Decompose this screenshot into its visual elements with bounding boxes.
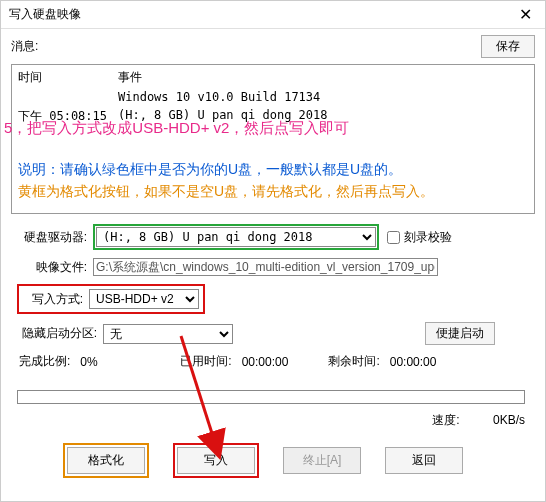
writemode-row: 写入方式: USB-HDD+ v2	[17, 284, 529, 314]
stats-row: 完成比例: 0% 已用时间: 00:00:00 剩余时间: 00:00:00	[19, 353, 529, 370]
write-highlight: 写入	[173, 443, 259, 478]
image-path-input[interactable]	[93, 258, 438, 276]
writemode-highlight: 写入方式: USB-HDD+ v2	[17, 284, 205, 314]
progress-bar	[17, 390, 525, 404]
verify-input[interactable]	[387, 231, 400, 244]
button-row: 格式化 写入 终止[A] 返回	[1, 435, 545, 488]
col-time: 时间	[18, 69, 118, 86]
close-button[interactable]: ✕	[505, 1, 545, 29]
annotation-note2: 黄框为格式化按钮，如果不是空U盘，请先格式化，然后再点写入。	[18, 183, 434, 201]
verify-label: 刻录校验	[404, 229, 452, 246]
toolbar: 消息: 保存	[1, 29, 545, 64]
progress-value: 0%	[80, 355, 120, 369]
save-button[interactable]: 保存	[481, 35, 535, 58]
remaining-value: 00:00:00	[390, 355, 437, 369]
hidden-row: 隐藏启动分区: 无 便捷启动	[17, 322, 529, 345]
image-row: 映像文件:	[17, 258, 529, 276]
col-event: 事件	[118, 69, 142, 86]
elapsed-label: 已用时间:	[180, 353, 231, 370]
writemode-select[interactable]: USB-HDD+ v2	[89, 289, 199, 309]
terminate-button: 终止[A]	[283, 447, 361, 474]
speed-value: 0KB/s	[493, 413, 525, 427]
event-header: 时间 事件	[18, 69, 528, 86]
speed-row: 速度: 0KB/s	[1, 410, 545, 435]
progress-label: 完成比例:	[19, 353, 70, 370]
drive-label: 硬盘驱动器:	[17, 229, 87, 246]
hidden-select[interactable]: 无	[103, 324, 233, 344]
event-time	[18, 90, 118, 104]
annotation-step5: 5，把写入方式改成USB-HDD+ v2，然后点写入即可	[4, 119, 349, 138]
hidden-label: 隐藏启动分区:	[17, 325, 97, 342]
format-highlight: 格式化	[63, 443, 149, 478]
verify-checkbox[interactable]: 刻录校验	[387, 229, 452, 246]
image-label: 映像文件:	[17, 259, 87, 276]
event-row: Windows 10 v10.0 Build 17134	[18, 90, 528, 104]
titlebar: 写入硬盘映像 ✕	[1, 1, 545, 29]
drive-highlight: (H:, 8 GB) U pan qi dong 2018	[93, 224, 379, 250]
window-title: 写入硬盘映像	[9, 6, 81, 23]
format-button[interactable]: 格式化	[67, 447, 145, 474]
form-area: 硬盘驱动器: (H:, 8 GB) U pan qi dong 2018 刻录校…	[1, 214, 545, 384]
writemode-label: 写入方式:	[23, 291, 83, 308]
annotation-note1: 说明：请确认绿色框中是否为你的U盘，一般默认都是U盘的。	[18, 161, 402, 179]
message-label: 消息:	[11, 38, 38, 55]
convenient-boot-button[interactable]: 便捷启动	[425, 322, 495, 345]
write-button[interactable]: 写入	[177, 447, 255, 474]
event-log: 时间 事件 Windows 10 v10.0 Build 17134 下午 05…	[11, 64, 535, 214]
remaining-label: 剩余时间:	[328, 353, 379, 370]
close-icon: ✕	[519, 5, 532, 24]
event-text: Windows 10 v10.0 Build 17134	[118, 90, 320, 104]
drive-select[interactable]: (H:, 8 GB) U pan qi dong 2018	[96, 227, 376, 247]
back-button[interactable]: 返回	[385, 447, 463, 474]
speed-label: 速度:	[432, 413, 459, 427]
elapsed-value: 00:00:00	[242, 355, 289, 369]
drive-row: 硬盘驱动器: (H:, 8 GB) U pan qi dong 2018 刻录校…	[17, 224, 529, 250]
